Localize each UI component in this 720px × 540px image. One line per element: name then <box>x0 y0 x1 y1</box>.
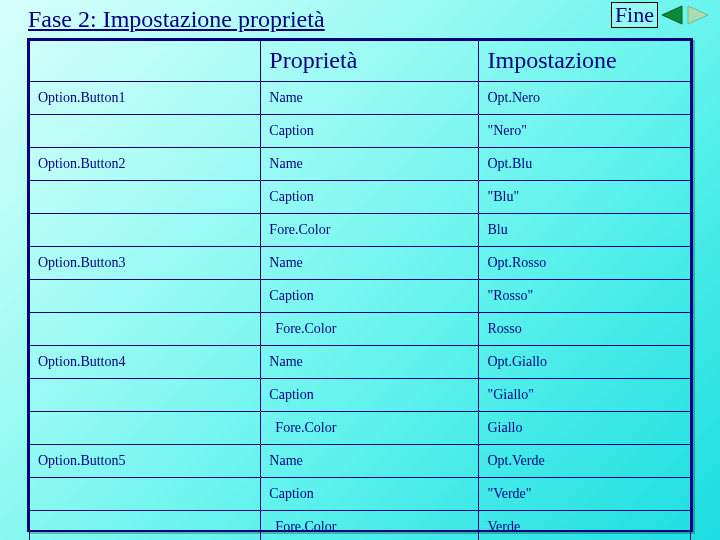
cell-property: Name <box>261 148 479 181</box>
cell-value: "Verde" <box>479 478 691 511</box>
table-row: Fore.ColorGiallo <box>30 412 691 445</box>
cell-property: Caption <box>261 115 479 148</box>
cell-property: Caption <box>261 478 479 511</box>
cell-object: Option.Button4 <box>30 346 261 379</box>
properties-panel: Proprietà Impostazione Option.Button1Nam… <box>27 38 693 532</box>
table-row: Caption"Blu" <box>30 181 691 214</box>
cell-value: Blu <box>479 214 691 247</box>
table-row: Option.Button4NameOpt.Giallo <box>30 346 691 379</box>
cell-value: "Giallo" <box>479 379 691 412</box>
table-row: Fore.ColorVerde <box>30 511 691 541</box>
cell-value: "Nero" <box>479 115 691 148</box>
table-row: Caption"Rosso" <box>30 280 691 313</box>
properties-table: Proprietà Impostazione Option.Button1Nam… <box>29 40 691 540</box>
cell-property: Caption <box>261 280 479 313</box>
table-row: Caption"Giallo" <box>30 379 691 412</box>
cell-value: Giallo <box>479 412 691 445</box>
cell-property: Name <box>261 82 479 115</box>
table-row: Caption"Nero" <box>30 115 691 148</box>
cell-object: Option.Button3 <box>30 247 261 280</box>
cell-value: "Rosso" <box>479 280 691 313</box>
cell-value: "Blu" <box>479 181 691 214</box>
cell-object <box>30 379 261 412</box>
cell-property: Fore.Color <box>261 214 479 247</box>
cell-object <box>30 181 261 214</box>
cell-object <box>30 115 261 148</box>
cell-value: Opt.Verde <box>479 445 691 478</box>
cell-object <box>30 511 261 541</box>
cell-value: Rosso <box>479 313 691 346</box>
table-row: Fore.ColorBlu <box>30 214 691 247</box>
nav-arrows <box>658 4 712 26</box>
table-row: Option.Button1NameOpt.Nero <box>30 82 691 115</box>
cell-object <box>30 412 261 445</box>
cell-value: Opt.Blu <box>479 148 691 181</box>
header-object <box>30 41 261 82</box>
cell-object <box>30 214 261 247</box>
table-row: Fore.ColorRosso <box>30 313 691 346</box>
svg-marker-0 <box>662 6 682 24</box>
cell-value: Opt.Rosso <box>479 247 691 280</box>
cell-object: Option.Button5 <box>30 445 261 478</box>
cell-value: Verde <box>479 511 691 541</box>
nav-back-icon[interactable] <box>658 4 684 26</box>
page-title: Fase 2: Impostazione proprietà <box>28 6 325 33</box>
header-property: Proprietà <box>261 41 479 82</box>
cell-property: Fore.Color <box>261 511 479 541</box>
cell-property: Fore.Color <box>261 412 479 445</box>
cell-object <box>30 478 261 511</box>
table-row: Option.Button2NameOpt.Blu <box>30 148 691 181</box>
svg-marker-1 <box>688 6 708 24</box>
table-row: Caption"Verde" <box>30 478 691 511</box>
cell-property: Fore.Color <box>261 313 479 346</box>
fine-button[interactable]: Fine <box>611 2 658 28</box>
cell-property: Name <box>261 247 479 280</box>
header-value: Impostazione <box>479 41 691 82</box>
cell-object <box>30 280 261 313</box>
cell-value: Opt.Giallo <box>479 346 691 379</box>
cell-property: Name <box>261 445 479 478</box>
cell-property: Caption <box>261 181 479 214</box>
cell-property: Name <box>261 346 479 379</box>
table-row: Option.Button3NameOpt.Rosso <box>30 247 691 280</box>
table-header-row: Proprietà Impostazione <box>30 41 691 82</box>
cell-value: Opt.Nero <box>479 82 691 115</box>
nav-forward-icon[interactable] <box>686 4 712 26</box>
table-row: Option.Button5NameOpt.Verde <box>30 445 691 478</box>
cell-object: Option.Button2 <box>30 148 261 181</box>
cell-object: Option.Button1 <box>30 82 261 115</box>
cell-property: Caption <box>261 379 479 412</box>
cell-object <box>30 313 261 346</box>
